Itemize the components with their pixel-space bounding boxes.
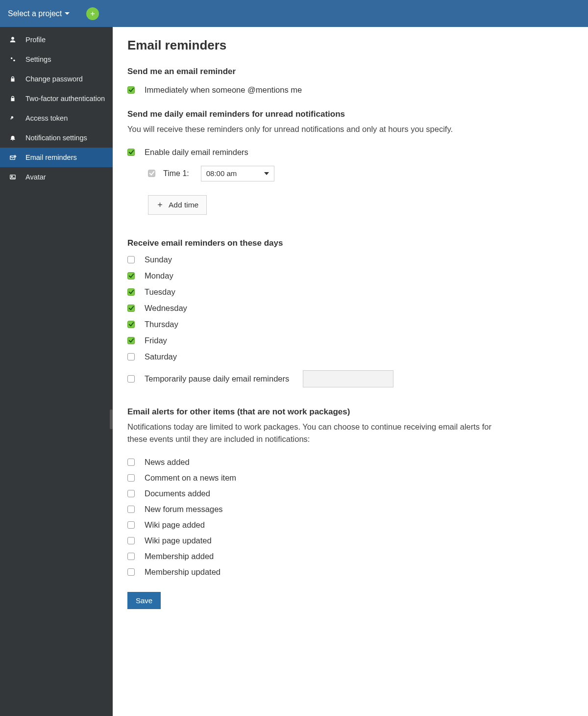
checkbox-label[interactable]: Documents added [145,489,210,498]
sidebar-item-settings[interactable]: Settings [0,50,113,69]
checkbox-label[interactable]: Friday [145,336,167,345]
pause-date-input[interactable] [303,370,393,387]
mail-out-icon [9,153,17,161]
checkbox-label[interactable]: Immediately when someone @mentions me [145,85,302,95]
checkbox-label[interactable]: Thursday [145,320,178,329]
checkbox-alert[interactable] [127,506,135,513]
time-1-label: Time 1: [163,169,189,178]
sidebar-item-email-reminders[interactable]: Email reminders [0,148,113,167]
checkbox-alert[interactable] [127,553,135,560]
chevron-down-icon [65,12,70,15]
sidebar-item-label: Settings [25,55,51,63]
checkbox-label[interactable]: Comment on a news item [145,473,236,483]
checkbox-enable-daily[interactable] [127,149,135,156]
checkbox-label[interactable]: Wednesday [145,304,187,313]
checkbox-mentions[interactable] [127,86,135,94]
checkbox-label[interactable]: News added [145,458,190,467]
svg-point-1 [13,60,15,62]
bell-icon [9,134,17,142]
sidebar-item-label: Profile [25,36,46,44]
checkbox-label[interactable]: Membership added [145,552,214,561]
checkbox-label[interactable]: Sunday [145,255,172,264]
checkbox-alert[interactable] [127,459,135,466]
time-1-select[interactable]: 08:00 am [201,166,274,181]
lock-icon [9,75,17,83]
checkbox-label[interactable]: Tuesday [145,287,175,297]
sidebar-item-label: Notification settings [25,134,87,142]
checkbox-label[interactable]: Temporarily pause daily email reminders [145,374,289,384]
add-button[interactable] [86,7,99,20]
sidebar-item-label: Avatar [25,173,46,181]
project-selector-label: Select a project [8,9,62,18]
gears-icon [9,55,17,63]
sidebar-item-label: Two-factor authentication [25,95,105,102]
checkbox-day-wednesday[interactable] [127,305,135,312]
checkbox-day-monday[interactable] [127,272,135,280]
section-subtext: You will receive these reminders only fo… [127,123,510,136]
sidebar-item-label: Email reminders [25,153,77,161]
checkbox-label[interactable]: Wiki page updated [145,536,212,545]
checkbox-alert[interactable] [127,521,135,529]
lock-icon [9,95,17,102]
checkbox-day-thursday[interactable] [127,321,135,328]
page-title: Email reminders [127,38,573,53]
sidebar-item-label: Access token [25,114,68,122]
time-1-value: 08:00 am [206,169,237,178]
svg-point-4 [11,176,12,177]
checkbox-alert[interactable] [127,537,135,544]
checkbox-label[interactable]: Wiki page added [145,520,205,530]
section-heading-alerts: Email alerts for other items (that are n… [127,407,573,417]
checkbox-day-tuesday[interactable] [127,288,135,296]
add-time-label: Add time [169,201,198,209]
section-heading-days: Receive email reminders on these days [127,238,573,248]
chevron-down-icon [264,172,269,175]
sidebar-item-notification-settings[interactable]: Notification settings [0,128,113,148]
section-subtext: Notifications today are limited to work … [127,421,510,446]
add-time-button[interactable]: Add time [148,195,207,215]
plus-icon [156,201,164,208]
user-icon [9,36,17,44]
image-icon [9,173,17,181]
checkbox-alert[interactable] [127,474,135,482]
checkbox-pause-reminders[interactable] [127,375,135,383]
checkbox-day-saturday[interactable] [127,353,135,360]
checkbox-day-friday[interactable] [127,337,135,344]
checkbox-label[interactable]: New forum messages [145,505,223,514]
checkbox-day-sunday[interactable] [127,256,135,263]
sidebar-item-change-password[interactable]: Change password [0,69,113,89]
sidebar-item-profile[interactable]: Profile [0,30,113,50]
checkbox-label[interactable]: Monday [145,271,173,281]
sidebar-item-label: Change password [25,75,83,83]
project-selector[interactable]: Select a project [8,9,74,18]
top-bar: Select a project [0,0,588,27]
section-heading-daily: Send me daily email reminders for unread… [127,109,573,119]
checkbox-time-1 [148,170,155,177]
checkbox-alert[interactable] [127,568,135,576]
plus-icon [89,10,96,17]
key-icon [9,114,17,122]
checkbox-label[interactable]: Enable daily email reminders [145,148,248,157]
sidebar-item-two-factor[interactable]: Two-factor authentication [0,89,113,108]
sidebar-resize-handle[interactable] [110,409,113,429]
section-heading-immediate: Send me an email reminder [127,67,573,77]
main-content: Email reminders Send me an email reminde… [113,27,588,716]
save-button[interactable]: Save [127,592,161,609]
sidebar: Profile Settings Change password Two-fac… [0,27,113,716]
sidebar-item-avatar[interactable]: Avatar [0,167,113,187]
sidebar-item-access-token[interactable]: Access token [0,108,113,128]
checkbox-label[interactable]: Membership updated [145,567,220,577]
svg-point-0 [11,57,13,59]
checkbox-alert[interactable] [127,490,135,497]
checkbox-label[interactable]: Saturday [145,352,177,361]
